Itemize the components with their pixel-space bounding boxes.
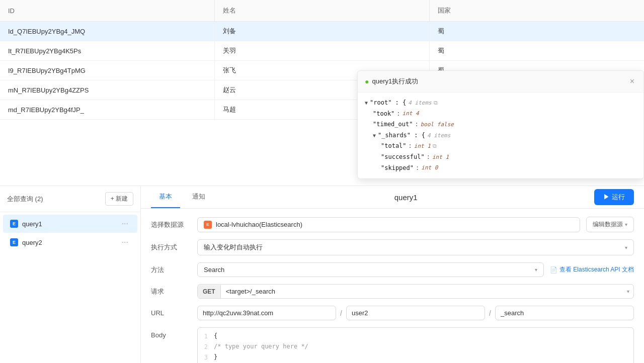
- result-panel-title: ● query1执行成功: [365, 77, 418, 86]
- datasource-label: 选择数据源: [151, 220, 191, 229]
- json-root-line: ▼ "root" : { 4 items ⧉: [365, 98, 636, 109]
- json-collapse-root[interactable]: ▼: [365, 99, 368, 108]
- json-shards-line: ▼ "_shards" : { 4 items: [365, 130, 636, 141]
- datasource-row: 选择数据源 E local-lvhuichao(Elasticsearch) 编…: [151, 217, 634, 232]
- code-editor[interactable]: 1 { 2 /* type your query here */ 3 }: [197, 327, 634, 363]
- datasource-icon: E: [204, 221, 212, 229]
- json-timed-out-key: "timed_out": [373, 119, 413, 130]
- request-method: GET: [198, 285, 221, 298]
- json-total-copy[interactable]: ⧉: [433, 141, 437, 151]
- method-select[interactable]: Search ▾: [197, 262, 544, 277]
- json-successful-key: "successful": [381, 152, 425, 163]
- body-row: Body 1 { 2 /* type your query here */ 3 …: [151, 327, 634, 363]
- query-more-button[interactable]: ···: [120, 237, 130, 248]
- request-row: 请求 GET <target>/_search ▾: [151, 284, 634, 299]
- body-area: Body 1 { 2 /* type your query here */ 3 …: [151, 327, 634, 363]
- main-content: 基本 通知 query1 ▶ 运行 选择数据源 E local-lvhuicha…: [141, 186, 644, 363]
- edit-datasource-button[interactable]: 编辑数据源 ▾: [586, 217, 634, 232]
- json-root-copy[interactable]: ⧉: [434, 98, 438, 108]
- json-total-value: int 1: [414, 141, 431, 151]
- json-took-line: "took" : int 4: [365, 109, 636, 120]
- col-header-country: 国家: [429, 0, 644, 22]
- method-label: 方法: [151, 265, 191, 275]
- run-button[interactable]: ▶ 运行: [594, 189, 634, 205]
- json-root-key: "root" : {: [370, 98, 406, 109]
- close-result-button[interactable]: ×: [628, 76, 636, 87]
- code-line: 1 {: [198, 331, 633, 341]
- execution-row: 执行方式 输入变化时自动执行 ▾: [151, 239, 634, 255]
- line-content: }: [214, 353, 217, 360]
- bottom-panel: 全部查询 (2) + 新建 E query1 ··· E query2 ··· …: [0, 186, 644, 363]
- table-row[interactable]: It_R7IEBUpy2YBg4K5Ps关羽蜀: [0, 41, 644, 61]
- query-item-left: E query2: [10, 238, 42, 246]
- method-chevron: ▾: [535, 267, 537, 273]
- method-row: 方法 Search ▾ 📄 查看 Elasticsearch API 文档: [151, 262, 634, 277]
- table-cell-id: Id_Q7IEBUpy2YBg4_JMQ: [0, 22, 215, 41]
- json-root-count: 4 items: [408, 98, 431, 108]
- line-number: 2: [198, 343, 214, 350]
- table-row[interactable]: Id_Q7IEBUpy2YBg4_JMQ刘备蜀: [0, 22, 644, 41]
- url-sep-2: /: [489, 309, 491, 317]
- form-area: 选择数据源 E local-lvhuichao(Elasticsearch) 编…: [141, 209, 644, 363]
- sidebar-title: 全部查询 (2): [7, 195, 43, 204]
- query-item[interactable]: E query1 ···: [3, 215, 137, 233]
- request-chevron[interactable]: ▾: [623, 286, 633, 297]
- table-cell-name: 关羽: [215, 41, 430, 61]
- url-inputs: / /: [197, 306, 634, 320]
- line-number: 3: [198, 353, 214, 361]
- col-header-name: 姓名: [215, 0, 430, 22]
- table-area: ID 姓名 国家 Id_Q7IEBUpy2YBg4_JMQ刘备蜀It_R7IEB…: [0, 0, 644, 186]
- url-sep-1: /: [340, 309, 342, 317]
- api-doc-link[interactable]: 📄 查看 Elasticsearch API 文档: [550, 265, 634, 274]
- table-cell-id: md_R7IEBUpy2YBg4fJP_: [0, 100, 215, 120]
- execution-label: 执行方式: [151, 243, 191, 252]
- app-container: ID 姓名 国家 Id_Q7IEBUpy2YBg4_JMQ刘备蜀It_R7IEB…: [0, 0, 644, 363]
- query-item[interactable]: E query2 ···: [3, 233, 137, 251]
- json-shards-count: 4 items: [427, 131, 450, 141]
- doc-icon: 📄: [550, 266, 557, 274]
- table-cell-country: 蜀: [429, 41, 644, 61]
- datasource-name: local-lvhuichao(Elasticsearch): [216, 221, 574, 228]
- sidebar-header: 全部查询 (2) + 新建: [0, 186, 140, 212]
- result-title-text: query1执行成功: [372, 77, 418, 86]
- url-base-input[interactable]: [197, 306, 336, 320]
- body-label: Body: [151, 327, 191, 339]
- table-cell-id: It_R7IEBUpy2YBg4K5Ps: [0, 41, 215, 61]
- request-select[interactable]: GET <target>/_search ▾: [197, 284, 634, 299]
- execution-select[interactable]: 输入变化时自动执行 ▾: [197, 239, 634, 255]
- tab-notification[interactable]: 通知: [184, 186, 213, 208]
- query-name: query2: [22, 239, 42, 246]
- query-title: query1: [217, 193, 594, 202]
- request-path: <target>/_search: [221, 285, 623, 298]
- code-line: 3 }: [198, 352, 633, 362]
- code-line: 2 /* type your query here */: [198, 341, 633, 352]
- line-content: /* type your query here */: [214, 343, 308, 350]
- json-collapse-shards[interactable]: ▼: [373, 131, 376, 140]
- sidebar: 全部查询 (2) + 新建 E query1 ··· E query2 ···: [0, 186, 141, 363]
- query-list: E query1 ··· E query2 ···: [0, 212, 140, 363]
- json-shards-key: "_shards" : {: [378, 130, 425, 141]
- col-header-id: ID: [0, 0, 215, 22]
- table-cell-id: mN_R7IEBUpy2YBg4ZZPS: [0, 80, 215, 100]
- json-successful-line: "successful" : int 1: [365, 152, 636, 163]
- url-segment2-input[interactable]: [495, 306, 634, 320]
- success-icon: ●: [365, 77, 369, 85]
- line-content: {: [214, 332, 217, 339]
- execution-value: 输入变化时自动执行: [204, 243, 625, 252]
- json-took-value: int 4: [403, 109, 419, 119]
- json-timed-out-line: "timed_out" : bool false: [365, 119, 636, 130]
- query-icon: E: [10, 238, 18, 246]
- query-name: query1: [22, 220, 42, 228]
- json-skipped-value: int 0: [421, 163, 438, 173]
- result-panel: ● query1执行成功 × ▼ "root" : { 4 items ⧉ "t…: [357, 70, 644, 179]
- json-took-key: "took": [373, 109, 394, 120]
- datasource-select[interactable]: E local-lvhuichao(Elasticsearch): [197, 217, 580, 232]
- json-successful-value: int 1: [432, 152, 449, 162]
- json-skipped-line: "skipped" : int 0: [365, 163, 636, 174]
- result-panel-body: ▼ "root" : { 4 items ⧉ "took" : int 4 "t…: [358, 93, 643, 178]
- tab-basic[interactable]: 基本: [151, 186, 180, 208]
- new-query-button[interactable]: + 新建: [105, 192, 133, 206]
- tabs-bar: 基本 通知 query1 ▶ 运行: [141, 186, 644, 209]
- query-more-button[interactable]: ···: [120, 218, 130, 229]
- url-segment1-input[interactable]: [346, 306, 485, 320]
